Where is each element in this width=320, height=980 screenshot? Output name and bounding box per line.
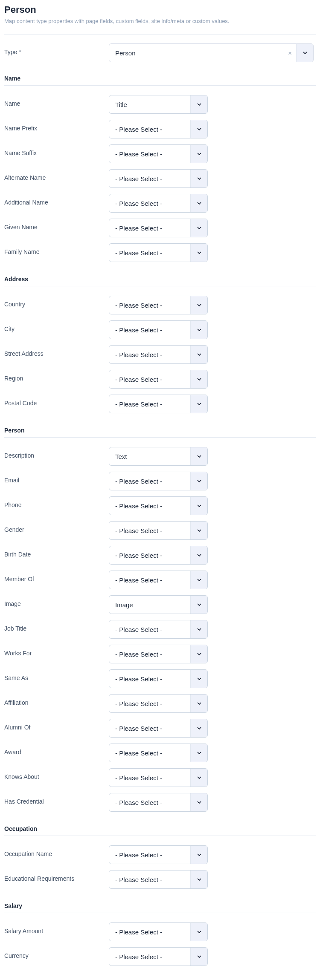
field-select-toggle[interactable] — [190, 346, 207, 363]
field-select-value[interactable]: - Please Select - — [109, 244, 190, 262]
field-select-toggle[interactable] — [190, 296, 207, 314]
field-select-toggle[interactable] — [190, 219, 207, 237]
field-select-value[interactable]: - Please Select - — [109, 219, 190, 237]
field-select-value[interactable]: - Please Select - — [109, 497, 190, 515]
field-select[interactable]: - Please Select - — [109, 395, 208, 413]
field-select-toggle[interactable] — [190, 472, 207, 490]
field-select-toggle[interactable] — [190, 719, 207, 737]
field-select-value[interactable]: - Please Select - — [109, 472, 190, 490]
field-select[interactable]: - Please Select - — [109, 472, 208, 490]
field-select-value[interactable]: - Please Select - — [109, 546, 190, 564]
field-select-toggle[interactable] — [190, 769, 207, 787]
field-select-value[interactable]: - Please Select - — [109, 948, 190, 966]
field-select-value[interactable]: - Please Select - — [109, 370, 190, 388]
field-select[interactable]: - Please Select - — [109, 947, 208, 966]
field-select[interactable]: - Please Select - — [109, 194, 208, 213]
field-select[interactable]: Text — [109, 447, 208, 466]
field-select[interactable]: - Please Select - — [109, 768, 208, 787]
type-select-toggle[interactable] — [296, 44, 313, 62]
field-select-toggle[interactable] — [190, 447, 207, 465]
field-select-value[interactable]: - Please Select - — [109, 571, 190, 589]
field-select[interactable]: Image — [109, 595, 208, 614]
field-select-value[interactable]: - Please Select - — [109, 296, 190, 314]
field-select-value[interactable]: - Please Select - — [109, 793, 190, 811]
field-select[interactable]: - Please Select - — [109, 320, 208, 339]
field-select-toggle[interactable] — [190, 870, 207, 888]
field-select-toggle[interactable] — [190, 194, 207, 212]
field-select-toggle[interactable] — [190, 145, 207, 163]
field-select[interactable]: - Please Select - — [109, 345, 208, 364]
field-select-value[interactable]: - Please Select - — [109, 645, 190, 663]
field-select-value[interactable]: - Please Select - — [109, 870, 190, 888]
chevron-down-icon — [196, 200, 203, 207]
field-select-value[interactable]: - Please Select - — [109, 321, 190, 339]
field-select-toggle[interactable] — [190, 546, 207, 564]
field-select-toggle[interactable] — [190, 645, 207, 663]
field-select[interactable]: - Please Select - — [109, 370, 208, 389]
field-select-value[interactable]: - Please Select - — [109, 695, 190, 712]
field-select-toggle[interactable] — [190, 596, 207, 614]
field-select-toggle[interactable] — [190, 120, 207, 138]
field-select[interactable]: - Please Select - — [109, 546, 208, 565]
field-select[interactable]: - Please Select - — [109, 870, 208, 889]
field-select[interactable]: - Please Select - — [109, 571, 208, 589]
type-select-value[interactable]: Person — [109, 44, 284, 62]
field-select-value[interactable]: Image — [109, 596, 190, 614]
field-select[interactable]: - Please Select - — [109, 144, 208, 163]
field-select-value[interactable]: - Please Select - — [109, 846, 190, 864]
field-select[interactable]: - Please Select - — [109, 219, 208, 237]
field-select-toggle[interactable] — [190, 744, 207, 762]
clear-type-icon[interactable]: × — [284, 44, 296, 62]
field-select-value[interactable]: - Please Select - — [109, 194, 190, 212]
field-select-toggle[interactable] — [190, 670, 207, 688]
field-select-toggle[interactable] — [190, 571, 207, 589]
field-select-value[interactable]: - Please Select - — [109, 923, 190, 941]
field-select-toggle[interactable] — [190, 244, 207, 262]
field-select[interactable]: - Please Select - — [109, 922, 208, 941]
field-select[interactable]: - Please Select - — [109, 645, 208, 663]
field-select-toggle[interactable] — [190, 793, 207, 811]
field-select[interactable]: - Please Select - — [109, 620, 208, 639]
field-select-value[interactable]: - Please Select - — [109, 346, 190, 363]
field-select-value[interactable]: - Please Select - — [109, 170, 190, 187]
field-select-value[interactable]: - Please Select - — [109, 145, 190, 163]
field-select[interactable]: - Please Select - — [109, 694, 208, 713]
field-select-toggle[interactable] — [190, 846, 207, 864]
field-select-toggle[interactable] — [190, 923, 207, 941]
field-select-value[interactable]: - Please Select - — [109, 395, 190, 413]
field-select[interactable]: - Please Select - — [109, 793, 208, 812]
field-select-toggle[interactable] — [190, 522, 207, 539]
field-select-toggle[interactable] — [190, 95, 207, 113]
field-select-value[interactable]: Title — [109, 95, 190, 113]
field-select[interactable]: - Please Select - — [109, 521, 208, 540]
field-select[interactable]: - Please Select - — [109, 845, 208, 864]
field-select[interactable]: - Please Select - — [109, 120, 208, 138]
field-select-value[interactable]: - Please Select - — [109, 120, 190, 138]
field-select-value[interactable]: Text — [109, 447, 190, 465]
field-select[interactable]: - Please Select - — [109, 719, 208, 738]
field-select-value[interactable]: - Please Select - — [109, 769, 190, 787]
field-select-toggle[interactable] — [190, 948, 207, 966]
field-select[interactable]: - Please Select - — [109, 669, 208, 688]
field-select-toggle[interactable] — [190, 370, 207, 388]
field-select-value[interactable]: - Please Select - — [109, 719, 190, 737]
field-label: Name Suffix — [4, 144, 109, 156]
field-select-value[interactable]: - Please Select - — [109, 522, 190, 539]
field-select-toggle[interactable] — [190, 321, 207, 339]
field-select-toggle[interactable] — [190, 695, 207, 712]
field-select-toggle[interactable] — [190, 170, 207, 187]
field-select[interactable]: - Please Select - — [109, 243, 208, 262]
field-select-toggle[interactable] — [190, 497, 207, 515]
field-select-value[interactable]: - Please Select - — [109, 744, 190, 762]
field-select-value[interactable]: - Please Select - — [109, 670, 190, 688]
chevron-down-icon — [196, 478, 203, 484]
field-select[interactable]: - Please Select - — [109, 169, 208, 188]
field-select[interactable]: - Please Select - — [109, 296, 208, 314]
field-select[interactable]: - Please Select - — [109, 496, 208, 515]
field-select[interactable]: - Please Select - — [109, 744, 208, 762]
type-select[interactable]: Person × — [109, 43, 314, 62]
field-select-toggle[interactable] — [190, 395, 207, 413]
field-select[interactable]: Title — [109, 95, 208, 114]
field-select-toggle[interactable] — [190, 620, 207, 638]
field-select-value[interactable]: - Please Select - — [109, 620, 190, 638]
